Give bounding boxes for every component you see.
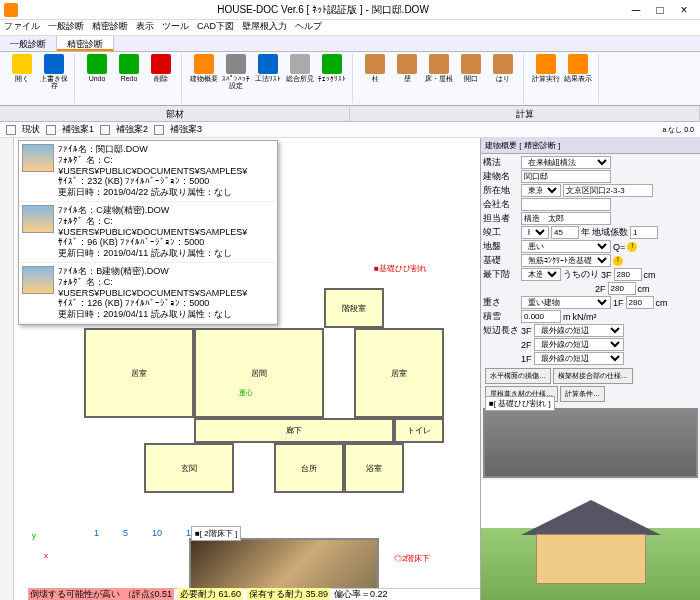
photo-crack[interactable]: ■[ 基礎ひび割れ ]	[483, 408, 698, 478]
menu-cad[interactable]: CAD下図	[197, 20, 234, 35]
window-title: HOUSE-DOC Ver.6 [ ﾈｯﾄ認証版 ] - 関口邸.DOW	[22, 3, 624, 17]
building-button[interactable]: 建物概要	[188, 54, 220, 89]
file-thumb-icon	[22, 205, 54, 233]
s3-select[interactable]: 最外線の短辺	[534, 324, 624, 337]
room[interactable]: 居室	[84, 328, 194, 418]
subtab-member[interactable]: 部材	[0, 106, 350, 121]
s1-select[interactable]: 最外線の短辺	[534, 352, 624, 365]
weight-select[interactable]: 重い建物	[521, 296, 611, 309]
person-input[interactable]	[521, 212, 611, 225]
house-3d-icon	[521, 500, 661, 590]
room[interactable]: 玄関	[144, 443, 234, 493]
menu-help[interactable]: ヘルプ	[295, 20, 322, 35]
warn-icon: !	[627, 242, 637, 252]
ribbon: 開く 上書き保存 Undo Redo 削除 建物概要 ｽﾊﾟﾝﾊｯﾁ設定 工法ﾘ…	[0, 52, 700, 106]
h2-input[interactable]	[608, 282, 636, 295]
btn-joint[interactable]: 横架材接合部の仕様…	[553, 368, 633, 384]
file-thumb-icon	[22, 266, 54, 294]
file-item[interactable]: ﾌｧｲﾙ名：B建物(精密).DOWﾌｫﾙﾀﾞ 名：C:¥USERS¥PUBLIC…	[19, 263, 277, 324]
chk-r1[interactable]	[46, 125, 56, 135]
h3-input[interactable]	[614, 268, 642, 281]
year-input[interactable]	[551, 226, 579, 239]
name-input[interactable]	[521, 170, 611, 183]
lowest-select[interactable]: 木造	[521, 268, 561, 281]
checklist-button[interactable]: ﾁｪｯｸﾘｽﾄ	[316, 54, 348, 89]
addr-input[interactable]	[563, 184, 653, 197]
opening-button[interactable]: 開口	[455, 54, 487, 82]
titlebar: HOUSE-DOC Ver.6 [ ﾈｯﾄ認証版 ] - 関口邸.DOW ─ □…	[0, 0, 700, 20]
room[interactable]: 居室	[354, 328, 444, 418]
recent-files-dropdown[interactable]: ﾌｧｲﾙ名：関口邸.DOWﾌｫﾙﾀﾞ 名：C:¥USERS¥PUBLIC¥DOC…	[18, 140, 278, 325]
chk-r3[interactable]	[154, 125, 164, 135]
room[interactable]: 居間	[194, 328, 324, 418]
beam-button[interactable]: はり	[487, 54, 519, 82]
pref-select[interactable]: 東京都	[521, 184, 561, 197]
ground-select[interactable]: 悪い	[521, 240, 611, 253]
side-panel: 建物概要 [ 精密診断 ] 構法在来軸組構法 建物名 所在地東京都 会社名 担当…	[480, 138, 700, 600]
method-button[interactable]: 工法ﾘｽﾄ	[252, 54, 284, 89]
subtab-calc[interactable]: 計算	[350, 106, 700, 121]
chk-r2[interactable]	[100, 125, 110, 135]
menubar: ファイル 一般診断 精密診断 表示 ツール CAD下図 壁屋根入力 ヘルプ	[0, 20, 700, 36]
subtabs: 部材 計算	[0, 106, 700, 122]
s2-select[interactable]: 最外線の短辺	[534, 338, 624, 351]
y-axis-icon: y	[32, 531, 36, 540]
redo-button[interactable]: Redo	[113, 54, 145, 82]
menu-file[interactable]: ファイル	[4, 20, 40, 35]
menu-tool[interactable]: ツール	[162, 20, 189, 35]
column-button[interactable]: 柱	[359, 54, 391, 82]
room[interactable]: 階段室	[324, 288, 384, 328]
undo-button[interactable]: Undo	[81, 54, 113, 82]
btn-horizontal[interactable]: 水平構面の損傷…	[485, 368, 551, 384]
room[interactable]: 浴室	[344, 443, 404, 493]
delete-button[interactable]: 削除	[145, 54, 177, 82]
file-item[interactable]: ﾌｧｲﾙ名：関口邸.DOWﾌｫﾙﾀﾞ 名：C:¥USERS¥PUBLIC¥DOC…	[19, 141, 277, 202]
result-button[interactable]: 結果表示	[562, 54, 594, 82]
workspace: ﾌｧｲﾙ名：関口邸.DOWﾌｫﾙﾀﾞ 名：C:¥USERS¥PUBLIC¥DOC…	[0, 138, 700, 600]
warn-icon: !	[613, 256, 623, 266]
minimize-button[interactable]: ─	[624, 3, 648, 17]
3d-view[interactable]	[481, 480, 700, 600]
centroid-label: 重心	[239, 388, 253, 398]
canvas[interactable]: ﾌｧｲﾙ名：関口邸.DOWﾌｫﾙﾀﾞ 名：C:¥USERS¥PUBLIC¥DOC…	[14, 138, 480, 600]
panel-header: 建物概要 [ 精密診断 ]	[481, 138, 700, 154]
tab-general[interactable]: 一般診断	[0, 36, 57, 51]
snow-input[interactable]	[521, 310, 561, 323]
coef-input[interactable]	[630, 226, 658, 239]
close-button[interactable]: ×	[672, 3, 696, 17]
btn-cond[interactable]: 計算条件…	[560, 386, 605, 402]
file-thumb-icon	[22, 144, 54, 172]
calc-button[interactable]: 計算実行	[530, 54, 562, 82]
room[interactable]: トイレ	[394, 418, 444, 443]
opinion-button[interactable]: 総合所見	[284, 54, 316, 89]
crack-label[interactable]: ■基礎ひび割れ	[374, 263, 427, 274]
tab-precise[interactable]: 精密診断	[57, 36, 114, 51]
era-select[interactable]: 昭和	[521, 226, 549, 239]
menu-view[interactable]: 表示	[136, 20, 154, 35]
span-button[interactable]: ｽﾊﾟﾝﾊｯﾁ設定	[220, 54, 252, 89]
floor-button[interactable]: 床・屋根	[423, 54, 455, 82]
menu-general[interactable]: 一般診断	[48, 20, 84, 35]
corp-input[interactable]	[521, 198, 611, 211]
x-axis-icon: x	[44, 551, 48, 560]
app-icon	[4, 3, 18, 17]
foundation-select[interactable]: 無筋ｺﾝｸﾘｰﾄ造基礎 健全	[521, 254, 611, 267]
file-item[interactable]: ﾌｧｲﾙ名：C建物(精密).DOWﾌｫﾙﾀﾞ 名：C:¥USERS¥PUBLIC…	[19, 202, 277, 263]
floor2-marker[interactable]: ◎2階床下	[394, 553, 430, 564]
room[interactable]: 廊下	[194, 418, 394, 443]
maximize-button[interactable]: □	[648, 3, 672, 17]
menu-wallroof[interactable]: 壁屋根入力	[242, 20, 287, 35]
h1-input[interactable]	[626, 296, 654, 309]
main-tabs: 一般診断 精密診断	[0, 36, 700, 52]
ruler-vertical	[0, 138, 14, 600]
room[interactable]: 台所	[274, 443, 344, 493]
option-bar: 現状 補強案1 補強案2 補強案3 a なし 0.0	[0, 122, 700, 138]
wall-button[interactable]: 壁	[391, 54, 423, 82]
status-bar: 倒壊する可能性が高い （評点≦0.51 必要耐力 61.60 保有する耐力 35…	[28, 588, 480, 600]
structure-select[interactable]: 在来軸組構法	[521, 156, 611, 169]
open-button[interactable]: 開く	[6, 54, 38, 89]
save-button[interactable]: 上書き保存	[38, 54, 70, 89]
menu-precise[interactable]: 精密診断	[92, 20, 128, 35]
chk-current[interactable]	[6, 125, 16, 135]
